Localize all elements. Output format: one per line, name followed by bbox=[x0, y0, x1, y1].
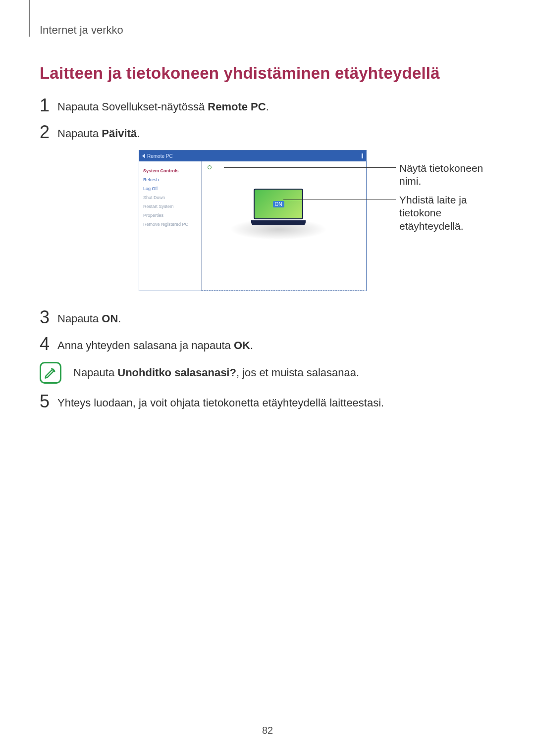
leader-line bbox=[224, 167, 366, 168]
bold: Päivitä bbox=[102, 127, 137, 140]
callout-pc-name: Näytä tietokoneen nimi. bbox=[399, 162, 498, 188]
note-icon bbox=[40, 362, 61, 384]
text: Napauta bbox=[57, 127, 102, 140]
menu-icon[interactable] bbox=[362, 153, 363, 158]
text: . bbox=[118, 312, 121, 325]
on-toggle[interactable]: ON bbox=[273, 201, 284, 207]
bold: Remote PC bbox=[208, 101, 266, 113]
steps-list-end: 5 Yhteys luodaan, ja voit ohjata tietoko… bbox=[40, 393, 495, 410]
text: . bbox=[137, 127, 140, 140]
page: Internet ja verkko Laitteen ja tietokone… bbox=[0, 0, 535, 756]
leader-line bbox=[366, 200, 396, 200]
step-number: 1 bbox=[40, 97, 57, 114]
sidebar-item-remove-pc[interactable]: Remove registered PC bbox=[143, 222, 197, 227]
laptop-shadow bbox=[221, 217, 335, 242]
header-rule bbox=[29, 0, 30, 37]
step-number: 3 bbox=[40, 308, 57, 326]
pencil-icon bbox=[44, 366, 57, 380]
panel-content: ON bbox=[202, 161, 366, 291]
step-body: Napauta Päivitä. bbox=[57, 123, 140, 140]
divider-dashed bbox=[202, 290, 364, 291]
steps-list-cont: 3 Napauta ON. 4 Anna yhteyden salasana j… bbox=[40, 308, 495, 353]
panel-body: System Controls Refresh Log Off Shut Dow… bbox=[139, 161, 366, 291]
pc-name-row bbox=[208, 165, 214, 169]
step-number: 5 bbox=[40, 393, 57, 410]
step-body: Napauta ON. bbox=[57, 308, 121, 325]
text: Napauta Sovellukset-näytössä bbox=[57, 101, 208, 113]
back-icon[interactable] bbox=[142, 153, 145, 158]
step-5: 5 Yhteys luodaan, ja voit ohjata tietoko… bbox=[40, 393, 495, 410]
step-4: 4 Anna yhteyden salasana ja napauta OK. bbox=[40, 335, 495, 353]
sidebar-item-restart[interactable]: Restart System bbox=[143, 204, 197, 209]
text: , jos et muista salasanaa. bbox=[236, 366, 359, 379]
text: Anna yhteyden salasana ja napauta bbox=[57, 339, 234, 352]
step-2: 2 Napauta Päivitä. bbox=[40, 123, 495, 141]
step-body: Anna yhteyden salasana ja napauta OK. bbox=[57, 335, 253, 352]
step-1: 1 Napauta Sovellukset-näytössä Remote PC… bbox=[40, 97, 495, 114]
text: . bbox=[250, 339, 253, 352]
panel-sidebar: System Controls Refresh Log Off Shut Dow… bbox=[139, 161, 202, 291]
step-number: 4 bbox=[40, 335, 57, 353]
step-body: Yhteys luodaan, ja voit ohjata tietokone… bbox=[57, 393, 384, 409]
text: . bbox=[266, 101, 269, 113]
sidebar-item-shut-down[interactable]: Shut Down bbox=[143, 195, 197, 200]
text: Napauta bbox=[73, 366, 117, 379]
step-3: 3 Napauta ON. bbox=[40, 308, 495, 326]
bold: ON bbox=[102, 312, 118, 325]
text: Napauta bbox=[57, 312, 102, 325]
sidebar-item-refresh[interactable]: Refresh bbox=[143, 177, 197, 182]
screenshot-figure: Remote PC System Controls Refresh Log Of… bbox=[139, 150, 466, 299]
status-dot-icon bbox=[208, 165, 212, 169]
panel-title: Remote PC bbox=[147, 153, 173, 159]
breadcrumb: Internet ja verkko bbox=[40, 24, 495, 37]
callout-connect: Yhdistä laite ja tietokone etäyhteydellä… bbox=[399, 194, 498, 233]
leader-line bbox=[366, 167, 396, 168]
remote-pc-panel: Remote PC System Controls Refresh Log Of… bbox=[139, 150, 367, 291]
sidebar-item-properties[interactable]: Properties bbox=[143, 213, 197, 218]
bold: OK bbox=[234, 339, 250, 352]
sidebar-item-system-controls[interactable]: System Controls bbox=[143, 168, 197, 173]
section-heading: Laitteen ja tietokoneen yhdistäminen etä… bbox=[40, 64, 495, 83]
laptop-screen: ON bbox=[254, 189, 303, 219]
step-body: Napauta Sovellukset-näytössä Remote PC. bbox=[57, 97, 269, 113]
bold: Unohditko salasanasi? bbox=[117, 366, 236, 379]
note-block: Napauta Unohditko salasanasi?, jos et mu… bbox=[40, 362, 495, 384]
page-number: 82 bbox=[0, 725, 535, 736]
sidebar-item-log-off[interactable]: Log Off bbox=[143, 186, 197, 191]
step-number: 2 bbox=[40, 123, 57, 141]
panel-titlebar: Remote PC bbox=[139, 151, 366, 161]
leader-line bbox=[283, 200, 366, 200]
note-text: Napauta Unohditko salasanasi?, jos et mu… bbox=[73, 366, 359, 379]
steps-list: 1 Napauta Sovellukset-näytössä Remote PC… bbox=[40, 97, 495, 141]
